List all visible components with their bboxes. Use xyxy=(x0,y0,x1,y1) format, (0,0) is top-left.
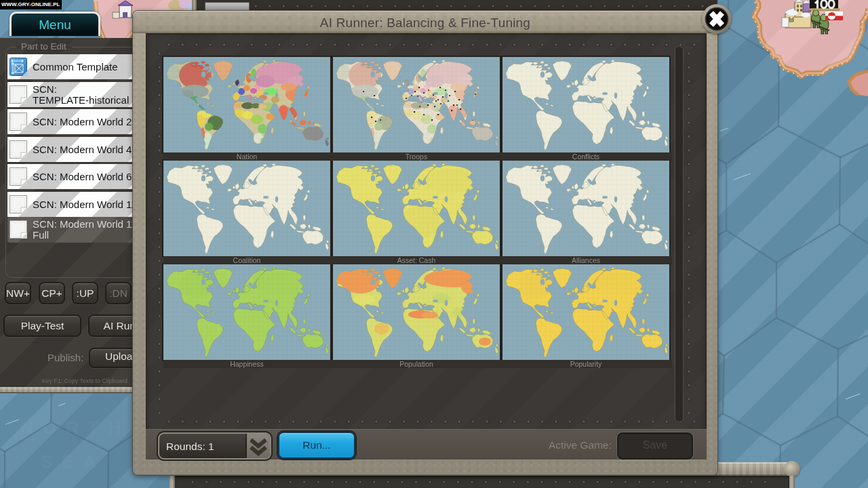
svg-text:SEA: SEA xyxy=(41,451,105,472)
svg-text:NORTH: NORTH xyxy=(20,418,130,438)
